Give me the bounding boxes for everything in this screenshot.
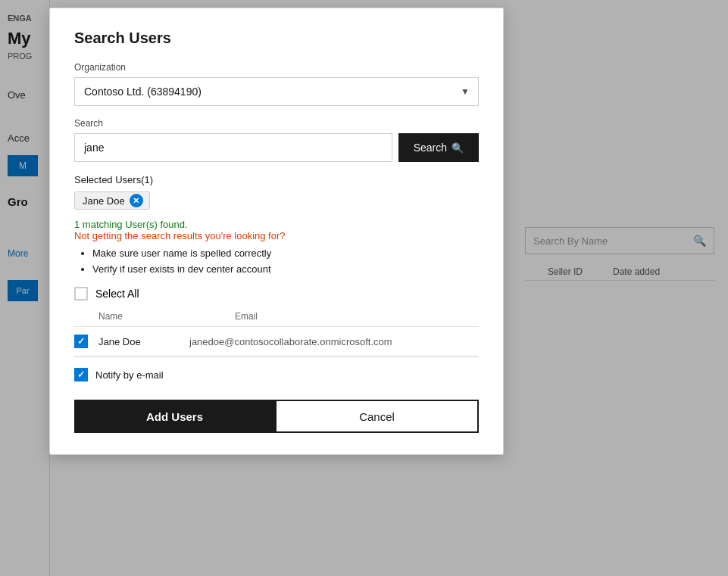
hint-item-1: Make sure user name is spelled correctly [92,248,479,259]
search-button-icon: 🔍 [451,142,464,154]
action-row: Add Users Cancel [74,400,479,433]
match-found: 1 matching User(s) found. [74,219,479,230]
select-all-row: Select All [74,287,479,300]
search-button[interactable]: Search 🔍 [398,133,479,162]
search-row: Search 🔍 [74,133,479,162]
selected-tag-name: Jane Doe [83,195,125,207]
row-checkbox[interactable] [74,335,88,348]
hint-item-2: Verify if user exists in dev center acco… [92,263,479,275]
table-divider [74,356,479,357]
selected-users-label: Selected Users(1) [74,174,479,185]
notify-checkbox[interactable] [74,368,88,381]
add-users-button[interactable]: Add Users [74,400,275,433]
row-name: Jane Doe [98,336,189,347]
match-info: 1 matching User(s) found. Not getting th… [74,219,479,241]
select-all-label: Select All [95,288,139,300]
name-column-header: Name [98,311,189,322]
users-table: Name Email Jane Doe janedoe@contosocolla… [74,307,479,357]
cancel-button[interactable]: Cancel [275,400,479,433]
search-button-label: Search [414,142,447,154]
notify-label: Notify by e-mail [95,369,164,381]
table-row: Jane Doe janedoe@contosocollaborate.onmi… [74,327,479,356]
row-email: janedoe@contosocollaborate.onmicrosoft.c… [189,336,479,347]
search-input[interactable] [74,133,392,162]
notify-row: Notify by e-mail [74,368,479,381]
org-select[interactable]: Contoso Ltd. (63894190) [74,77,479,106]
search-users-modal: Search Users Organization Contoso Ltd. (… [49,8,504,455]
hint-list: Make sure user name is spelled correctly… [74,248,479,275]
remove-tag-button[interactable]: ✕ [130,194,143,207]
table-header: Name Email [74,307,479,327]
org-select-wrapper: Contoso Ltd. (63894190) ▼ [74,77,479,106]
modal-title: Search Users [74,30,479,47]
search-label: Search [74,118,479,129]
select-all-checkbox[interactable] [74,287,88,300]
org-label: Organization [74,62,479,73]
email-column-header: Email [235,311,326,322]
match-hint: Not getting the search results you're lo… [74,230,479,241]
selected-user-tag: Jane Doe ✕ [74,191,150,210]
